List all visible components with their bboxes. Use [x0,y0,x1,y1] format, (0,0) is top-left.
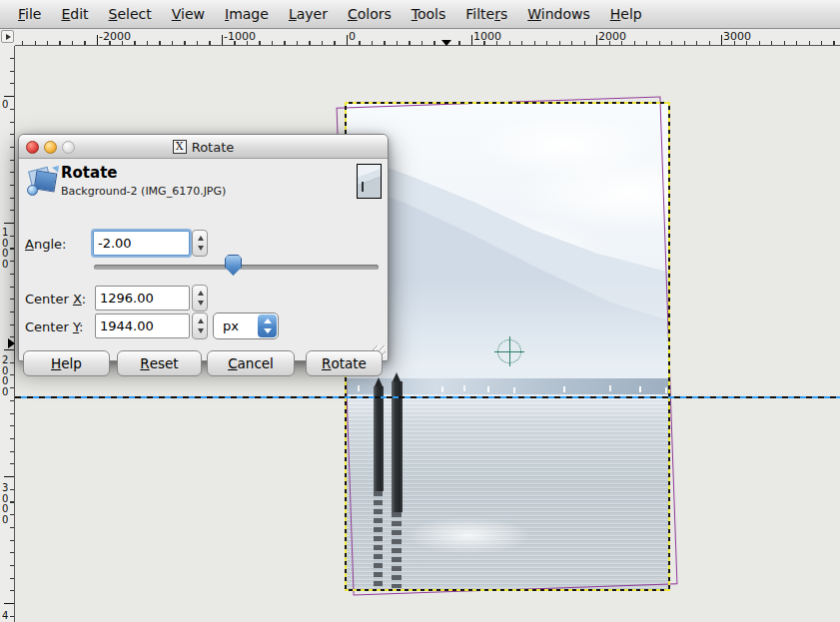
menu-select[interactable]: Select [99,6,162,22]
menu-edit[interactable]: Edit [51,6,98,22]
rotate-dialog: X Rotate Rotate Background-2 (IMG_6170.J… [18,134,389,361]
menu-view[interactable]: View [162,6,215,22]
x11-app-icon: X [173,140,187,154]
menu-help[interactable]: Help [600,6,652,22]
menu-filters[interactable]: Filters [455,6,517,22]
dialog-body: Rotate Background-2 (IMG_6170.JPG) Angle… [19,159,388,360]
center-y-spinner[interactable] [192,312,208,339]
menu-colors[interactable]: Colors [338,6,402,22]
ruler-label: 1000 [2,228,8,270]
angle-input[interactable] [93,231,190,256]
center-y-input[interactable] [95,313,190,338]
menu-windows[interactable]: Windows [517,6,600,22]
rotation-center-marker[interactable] [494,336,524,366]
menu-image[interactable]: Image [215,6,279,22]
ruler-position-marker-y [8,338,15,348]
rotate-tool-icon [27,165,61,199]
ruler-label: 1000 [473,30,501,43]
menu-file[interactable]: File [8,6,51,22]
dialog-layer-name: Background-2 (IMG_6170.JPG) [61,185,226,198]
rotate-button[interactable]: Rotate [306,350,383,376]
layer-boundary-top [345,102,670,104]
ruler-position-marker-x [441,40,451,46]
center-x-spinner[interactable] [192,285,208,311]
layer-boundary-right [668,102,670,591]
center-y-label: Center Y: [25,319,84,334]
cancel-button[interactable]: Cancel [207,350,295,376]
center-x-label: Center X: [25,292,86,307]
ruler-label: 3000 [2,483,8,525]
angle-slider-handle[interactable] [225,255,242,276]
ruler-corner [0,29,15,47]
horizontal-guide[interactable] [15,396,840,398]
ruler-label: 4000 [2,611,8,622]
dialog-titlebar[interactable]: X Rotate [19,135,388,159]
layer-boundary-bottom [345,589,670,591]
horizontal-ruler[interactable]: -2000-10000100020003000 [15,29,840,46]
menu-bar: FileEditSelectViewImageLayerColorsToolsF… [0,0,840,29]
gimp-window: FileEditSelectViewImageLayerColorsToolsF… [0,0,840,622]
dialog-heading: Rotate [61,164,118,182]
ruler-label: 0 [349,30,356,43]
dialog-window-title: Rotate [192,140,235,155]
vertical-ruler[interactable]: 01000200030004000 [0,46,15,622]
unit-value: px [223,318,239,333]
menu-layer[interactable]: Layer [279,6,338,22]
ruler-label: -2000 [99,30,131,43]
ruler-label: 0 [2,100,8,111]
menu-tools[interactable]: Tools [402,6,456,22]
angle-spinner[interactable] [192,230,208,257]
ruler-label: 2000 [2,355,8,397]
ruler-label: 2000 [598,30,626,43]
canvas-menu-button[interactable] [1,30,14,43]
ruler-label: -1000 [224,30,256,43]
center-x-input[interactable] [95,286,190,311]
reset-button[interactable]: Reset [117,350,202,376]
rotation-center-vline [509,336,511,366]
angle-label: Angle: [25,237,66,252]
ruler-label: 3000 [723,30,751,43]
layer-thumbnail [357,164,382,199]
help-button[interactable]: Help [23,350,110,376]
unit-select[interactable]: px [213,312,279,339]
unit-select-arrows [258,314,277,337]
